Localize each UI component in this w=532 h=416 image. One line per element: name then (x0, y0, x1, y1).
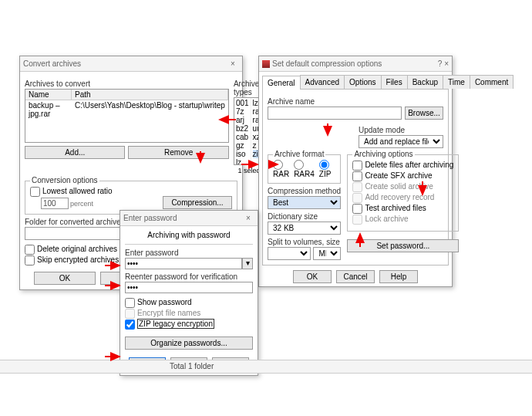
app-icon (262, 60, 270, 68)
close-icon[interactable]: × (444, 59, 449, 68)
status-text: Total 1 folder (170, 362, 214, 370)
lock-check: Lock archive (352, 215, 453, 225)
compression-options-dialog: Set default compression options ? × Gene… (258, 56, 453, 287)
tab-bar: General Advanced Options Files Backup Ti… (262, 75, 449, 90)
show-password-check[interactable]: Show password (125, 298, 253, 308)
tab-files[interactable]: Files (381, 75, 408, 89)
split-size-select[interactable] (268, 247, 311, 260)
archive-name-label: Archive name (268, 97, 443, 106)
split-unit-select[interactable]: MB (313, 247, 341, 260)
compression-button[interactable]: Compression... (163, 196, 232, 209)
encrypt-names-check: Encrypt file names (125, 309, 253, 319)
recovery-check: Add recovery record (352, 193, 453, 203)
solid-check: Create solid archive (352, 182, 453, 192)
tab-general[interactable]: General (262, 76, 301, 90)
conversion-options-label: Conversion options (30, 176, 99, 184)
titlebar: Set default compression options ? × (259, 56, 452, 72)
titlebar: Convert archives × (20, 56, 242, 72)
format-rar4-radio[interactable]: RAR4 (294, 160, 315, 178)
delete-after-check[interactable]: Delete files after archiving (352, 161, 453, 171)
window-title: Convert archives (23, 59, 81, 68)
compression-method-label: Compression method (268, 187, 341, 195)
update-mode-label: Update mode (359, 126, 443, 134)
window-title: Enter password (123, 214, 177, 222)
remove-button[interactable]: Remove (128, 146, 228, 159)
split-vol-label: Split to volumes, size (268, 238, 341, 246)
col-name[interactable]: Name (25, 90, 72, 100)
status-bar: Total 1 folder (0, 360, 532, 374)
password-verify-input[interactable] (125, 282, 253, 293)
tab-comment[interactable]: Comment (470, 75, 513, 89)
password-input[interactable] (125, 258, 242, 269)
help-button[interactable]: Help (379, 270, 418, 283)
cancel-button[interactable]: Cancel (336, 270, 375, 283)
ok-button[interactable]: OK (293, 270, 332, 283)
zip-legacy-check[interactable]: ZIP legacy encryption (125, 320, 253, 330)
compression-method-select[interactable]: Best (268, 196, 341, 209)
tab-time[interactable]: Time (443, 75, 470, 89)
tab-advanced[interactable]: Advanced (300, 75, 345, 89)
list-item[interactable]: backup –jpg.rar C:\Users\Yash\Desktop\Bl… (25, 100, 228, 119)
archives-to-convert-label: Archives to convert (25, 79, 229, 88)
col-path[interactable]: Path (72, 90, 228, 100)
add-button[interactable]: Add... (25, 146, 125, 159)
chevron-down-icon[interactable]: ▾ (242, 258, 253, 269)
tab-options[interactable]: Options (344, 75, 381, 89)
enter-password-label: Enter password (125, 249, 253, 257)
archive-name-input[interactable] (268, 107, 402, 120)
lowest-ratio-check[interactable]: Lowest allowed ratio (30, 187, 113, 197)
test-check[interactable]: Test archived files (352, 204, 453, 214)
enter-password-dialog: Enter password × Archiving with password… (120, 210, 258, 376)
set-password-button[interactable]: Set password... (347, 239, 459, 252)
update-mode-select[interactable]: Add and replace files (359, 135, 443, 148)
format-zip-radio[interactable]: ZIP (319, 160, 332, 178)
tab-backup[interactable]: Backup (407, 75, 443, 89)
help-icon[interactable]: ? (438, 59, 443, 68)
format-rar-radio[interactable]: RAR (273, 160, 289, 178)
dict-size-select[interactable]: 32 KB (268, 222, 341, 235)
archiving-options-label: Archiving options (352, 150, 414, 158)
ok-button[interactable]: OK (34, 272, 96, 285)
dict-size-label: Dictionary size (268, 212, 341, 221)
archive-format-label: Archive format (273, 150, 325, 158)
close-icon[interactable]: × (227, 59, 239, 68)
ratio-input (41, 198, 69, 209)
window-title: Set default compression options (272, 59, 382, 68)
browse-button[interactable]: Browse... (405, 107, 443, 120)
sfx-check[interactable]: Create SFX archive (352, 171, 453, 181)
header-label: Archiving with password (125, 231, 253, 239)
reenter-password-label: Reenter password for verification (125, 272, 253, 281)
archives-list[interactable]: Name Path backup –jpg.rar C:\Users\Yash\… (25, 89, 229, 143)
titlebar: Enter password × (120, 211, 258, 226)
organize-passwords-button[interactable]: Organize passwords... (125, 337, 253, 350)
close-icon[interactable]: × (242, 214, 254, 222)
